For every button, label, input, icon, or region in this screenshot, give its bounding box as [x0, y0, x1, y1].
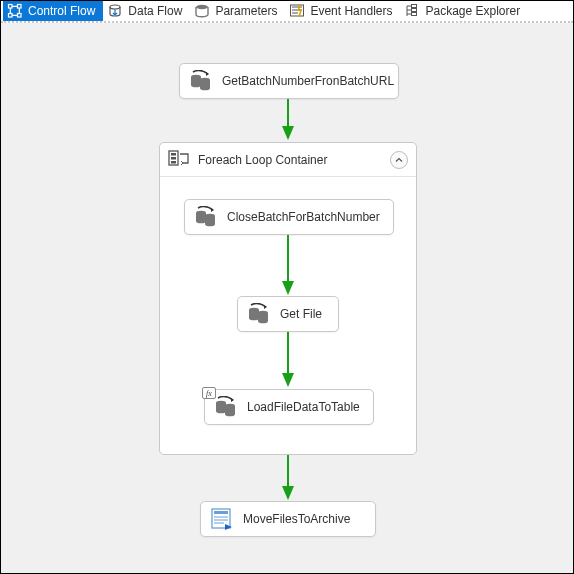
sql-task-icon: [193, 206, 219, 228]
svg-rect-2: [9, 14, 13, 18]
tab-parameters[interactable]: Parameters: [190, 1, 285, 21]
sql-task-icon: [188, 70, 214, 92]
tab-event-handlers[interactable]: Event Handlers: [285, 1, 400, 21]
tab-label: Event Handlers: [310, 4, 392, 18]
task-label: Get File: [280, 307, 322, 321]
event-handlers-icon: [289, 3, 305, 19]
tab-label: Parameters: [215, 4, 277, 18]
foreach-icon: [168, 148, 190, 171]
task-label: LoadFileDataToTable: [247, 400, 360, 414]
designer-tabbar: Control Flow Data Flow Parameters Event …: [1, 1, 573, 23]
svg-rect-0: [9, 5, 13, 9]
container-header: Foreach Loop Container: [160, 143, 416, 177]
container-body: CloseBatchForBatchNumber Get File fx Loa…: [160, 177, 416, 456]
task-get-file[interactable]: Get File: [237, 296, 339, 332]
tab-label: Package Explorer: [425, 4, 520, 18]
parameters-icon: [194, 3, 210, 19]
svg-point-29: [205, 222, 215, 227]
tab-control-flow[interactable]: Control Flow: [3, 1, 103, 21]
design-canvas[interactable]: GetBatchNumberFronBatchURL Foreach Loop …: [1, 23, 573, 573]
svg-rect-19: [171, 153, 176, 156]
tab-data-flow[interactable]: Data Flow: [103, 1, 190, 21]
package-explorer-icon: [404, 3, 420, 19]
tab-package-explorer[interactable]: Package Explorer: [400, 1, 528, 21]
svg-point-4: [110, 5, 120, 9]
svg-point-41: [225, 412, 235, 417]
svg-point-32: [249, 316, 259, 321]
tab-label: Control Flow: [28, 4, 95, 18]
svg-point-14: [191, 83, 201, 88]
svg-rect-1: [18, 5, 22, 9]
task-get-batch-number[interactable]: GetBatchNumberFronBatchURL: [179, 63, 399, 99]
foreach-loop-container[interactable]: Foreach Loop Container CloseBatchForBatc…: [159, 142, 417, 455]
task-label: CloseBatchForBatchNumber: [227, 210, 380, 224]
task-load-file-data[interactable]: fx LoadFileDataToTable: [204, 389, 374, 425]
svg-point-35: [258, 319, 268, 324]
svg-rect-21: [171, 161, 176, 164]
svg-rect-9: [412, 13, 417, 16]
svg-rect-8: [412, 9, 417, 12]
data-flow-icon: [107, 3, 123, 19]
task-label: GetBatchNumberFronBatchURL: [222, 74, 394, 88]
svg-point-26: [196, 219, 206, 224]
svg-point-17: [200, 86, 210, 91]
container-title: Foreach Loop Container: [198, 153, 327, 167]
script-task-icon: [209, 508, 235, 530]
tab-label: Data Flow: [128, 4, 182, 18]
task-label: MoveFilesToArchive: [243, 512, 350, 526]
svg-point-38: [216, 409, 226, 414]
svg-point-5: [196, 5, 208, 9]
control-flow-icon: [7, 3, 23, 19]
svg-rect-7: [412, 5, 417, 8]
svg-rect-3: [18, 14, 22, 18]
collapse-button[interactable]: [390, 151, 408, 169]
task-move-files-archive[interactable]: MoveFilesToArchive: [200, 501, 376, 537]
svg-rect-43: [214, 511, 228, 514]
expression-badge-icon: fx: [202, 387, 216, 399]
sql-task-icon: [213, 396, 239, 418]
sql-task-icon: [246, 303, 272, 325]
svg-rect-20: [171, 157, 176, 160]
task-close-batch[interactable]: CloseBatchForBatchNumber: [184, 199, 394, 235]
